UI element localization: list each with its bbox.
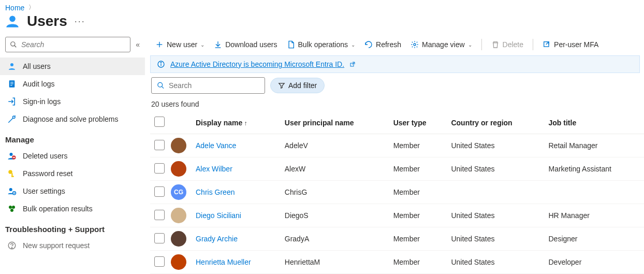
sidebar-search[interactable] [5, 37, 130, 52]
row-checkbox[interactable] [154, 210, 165, 220]
sidebar-item-label: Password reset [23, 169, 72, 178]
table-row[interactable]: Alex WilberAlexWMemberUnited StatesMarke… [150, 157, 644, 181]
user-upn: DiegoS [281, 204, 389, 227]
sidebar-collapse-button[interactable]: « [136, 40, 140, 49]
banner-link[interactable]: Azure Active Directory is becoming Micro… [170, 60, 344, 68]
more-button[interactable]: ··· [75, 16, 85, 27]
file-icon [287, 40, 295, 49]
sidebar-item-label: Diagnose and solve problems [23, 115, 118, 123]
user-job-title: Developer [545, 251, 645, 274]
user-display-name[interactable]: Grady Archie [196, 235, 238, 243]
chevron-down-icon: ⌄ [468, 42, 472, 48]
sidebar-item-deleted-users[interactable]: Deleted users [0, 147, 145, 165]
sidebar-item-all-users[interactable]: All users [0, 57, 145, 75]
new-user-button[interactable]: New user ⌄ [155, 40, 204, 49]
svg-point-3 [10, 63, 13, 66]
column-job-title[interactable]: Job title [545, 111, 645, 134]
sidebar-item-signin-logs[interactable]: Sign-in logs [0, 93, 145, 110]
table-row[interactable]: Adele VanceAdeleVMemberUnited StatesReta… [150, 134, 644, 157]
breadcrumb-home[interactable]: Home [5, 4, 24, 12]
row-checkbox[interactable] [154, 256, 165, 267]
row-checkbox[interactable] [154, 140, 165, 150]
row-checkbox[interactable] [154, 186, 165, 197]
user-job-title [545, 181, 645, 204]
sidebar-item-audit-logs[interactable]: Audit logs [0, 75, 145, 93]
bulk-operations-button[interactable]: Bulk operations ⌄ [287, 40, 356, 49]
per-user-mfa-button[interactable]: Per-user MFA [543, 40, 598, 49]
toolbar-label: New user [167, 40, 197, 49]
users-search[interactable] [151, 77, 265, 94]
users-table: Display name User principal name User ty… [150, 111, 644, 274]
bulk-icon [7, 204, 17, 213]
sidebar-search-input[interactable] [21, 40, 126, 49]
user-display-name[interactable]: Diego Siciliani [196, 211, 241, 220]
row-checkbox[interactable] [154, 233, 165, 243]
column-country[interactable]: Country or region [447, 111, 544, 134]
user-upn: HenriettaM [281, 251, 389, 274]
svg-line-2 [14, 46, 17, 48]
toolbar-label: Manage view [422, 40, 465, 49]
user-display-name[interactable]: Alex Wilber [196, 165, 232, 173]
download-users-button[interactable]: Download users [214, 40, 277, 49]
sidebar-item-user-settings[interactable]: User settings [0, 182, 145, 200]
user-display-name[interactable]: Henrietta Mueller [196, 258, 251, 266]
add-filter-button[interactable]: Add filter [270, 78, 325, 93]
svg-rect-7 [10, 85, 12, 85]
table-row[interactable]: Henrietta MuellerHenriettaMMemberUnited … [150, 251, 644, 274]
svg-rect-14 [11, 176, 14, 177]
sidebar-item-bulk-results[interactable]: Bulk operation results [0, 200, 145, 218]
avatar [171, 161, 186, 177]
user-display-name[interactable]: Chris Green [196, 188, 235, 196]
svg-point-15 [9, 188, 12, 191]
user-country [447, 181, 544, 204]
user-type: Member [389, 181, 447, 204]
download-icon [214, 40, 222, 49]
table-row[interactable]: Grady ArchieGradyAMemberUnited StatesDes… [150, 227, 644, 251]
manage-view-button[interactable]: Manage view ⌄ [411, 40, 472, 49]
user-type: Member [389, 157, 447, 181]
search-icon [157, 81, 165, 90]
delete-button[interactable]: Delete [491, 40, 523, 49]
svg-rect-6 [10, 83, 13, 84]
user-country: United States [447, 227, 544, 251]
result-count: 20 users found [150, 97, 644, 111]
sidebar-item-diagnose[interactable]: Diagnose and solve problems [0, 110, 145, 128]
sidebar-item-label: Deleted users [23, 152, 67, 160]
trash-icon [491, 40, 500, 49]
users-icon [5, 14, 20, 28]
users-search-input[interactable] [169, 81, 259, 90]
sidebar-section-manage: Manage [0, 128, 145, 147]
info-banner: Azure Active Directory is becoming Micro… [150, 55, 640, 73]
svg-point-19 [12, 206, 15, 209]
column-user-type[interactable]: User type [389, 111, 447, 134]
info-icon [157, 60, 165, 68]
diagnose-icon [7, 114, 17, 124]
svg-line-34 [162, 86, 164, 89]
sidebar-item-label: Sign-in logs [23, 97, 61, 106]
refresh-button[interactable]: Refresh [364, 40, 401, 49]
sidebar-item-new-support[interactable]: New support request [0, 237, 145, 254]
select-all-checkbox[interactable] [154, 117, 165, 127]
user-type: Member [389, 251, 447, 274]
column-display-name[interactable]: Display name [192, 111, 281, 134]
sidebar-item-password-reset[interactable]: Password reset [0, 165, 145, 182]
sidebar-item-label: Bulk operation results [23, 205, 93, 213]
filter-icon [278, 82, 285, 89]
user-upn: GradyA [281, 227, 389, 251]
refresh-icon [364, 40, 373, 49]
svg-point-27 [414, 44, 416, 46]
user-upn: AlexW [281, 157, 389, 181]
breadcrumb: Home 〉 [0, 0, 644, 13]
column-upn[interactable]: User principal name [281, 111, 389, 134]
toolbar-label: Bulk operations [298, 40, 348, 49]
table-row[interactable]: Diego SicilianiDiegoSMemberUnited States… [150, 204, 644, 227]
user-country: United States [447, 134, 544, 157]
search-icon [10, 41, 17, 48]
table-row[interactable]: CGChris GreenChrisGMember [150, 181, 644, 204]
user-upn: ChrisG [281, 181, 389, 204]
user-display-name[interactable]: Adele Vance [196, 141, 236, 150]
svg-point-31 [160, 62, 161, 63]
row-checkbox[interactable] [154, 163, 165, 174]
toolbar-separator [533, 39, 533, 50]
avatar: CG [171, 184, 186, 200]
